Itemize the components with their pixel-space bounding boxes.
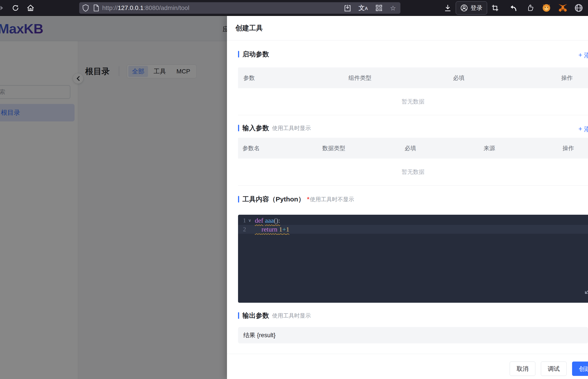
col-actions: 操作: [556, 74, 588, 82]
add-startup-param-button[interactable]: +添加: [578, 51, 588, 60]
save-page-icon[interactable]: [344, 4, 351, 12]
output-result-box: 结果 {result}: [238, 327, 588, 343]
col-data-type: 数据类型: [318, 144, 400, 152]
empty-state: 暂无数据: [238, 88, 588, 115]
col-param: 参数: [238, 74, 343, 82]
drawer-title: 创建工具: [235, 23, 263, 33]
user-icon: [460, 4, 468, 12]
undo-extension-icon[interactable]: [508, 0, 519, 16]
thumb-extension-icon[interactable]: [525, 0, 536, 16]
debug-button[interactable]: 调试: [541, 362, 567, 376]
code-line[interactable]: 1∨def aaa():: [238, 216, 588, 225]
cancel-button[interactable]: 取消: [510, 362, 535, 376]
code-lines: 1∨def aaa():2 return 1+1: [238, 216, 588, 234]
input-params-table: 参数名 数据类型 必填 来源 操作 暂无数据: [238, 138, 588, 186]
section-title: 输出参数: [243, 311, 269, 320]
col-source: 来源: [479, 144, 558, 152]
login-label: 登录: [471, 4, 482, 12]
section-input-params: 输入参数 使用工具时显示 +添加: [238, 124, 588, 132]
metamask-icon[interactable]: [557, 0, 568, 16]
page-info-icon[interactable]: [93, 4, 99, 12]
code-editor[interactable]: 1∨def aaa():2 return 1+1: [238, 215, 588, 303]
startup-params-table: 参数 组件类型 必填 操作 暂无数据: [238, 67, 588, 115]
section-title: 启动参数: [243, 50, 269, 59]
section-note: 使用工具时显示: [272, 312, 311, 319]
section-note: 使用工具时不显示: [310, 196, 354, 203]
screen: http://127.0.0.1:8080/admin/tool 文A ☆ 登录: [0, 0, 588, 379]
add-input-param-button[interactable]: +添加: [578, 125, 588, 133]
home-button[interactable]: [26, 0, 35, 16]
section-accent-bar: [238, 196, 239, 203]
plus-icon: +: [578, 51, 582, 59]
globe-icon[interactable]: [573, 0, 584, 16]
bookmark-star-icon[interactable]: ☆: [390, 4, 396, 12]
url-host: 127.0.0.1: [118, 4, 144, 11]
table-header-row: 参数 组件类型 必填 操作: [238, 67, 588, 88]
url-text[interactable]: http://127.0.0.1:8080/admin/tool: [102, 4, 344, 12]
drawer-footer: 取消 调试 创建: [227, 354, 588, 379]
create-button[interactable]: 创建: [572, 362, 588, 376]
col-param-name: 参数名: [238, 144, 318, 152]
shield-icon[interactable]: [82, 4, 89, 12]
col-required: 必填: [448, 74, 556, 82]
login-button[interactable]: 登录: [456, 1, 487, 15]
section-note: 使用工具时显示: [272, 125, 311, 132]
section-tool-content: 工具内容（Python） * 使用工具时不显示: [238, 195, 588, 204]
drawer-body: 启动参数 +添加 参数 组件类型 必填 操作 暂无数据 输入参数 使用工具时显示…: [227, 50, 588, 343]
code-line[interactable]: 2 return 1+1: [238, 225, 588, 234]
table-header-row: 参数名 数据类型 必填 来源 操作: [238, 138, 588, 158]
url-path: :8080/admin/tool: [144, 4, 189, 11]
reload-button[interactable]: [11, 0, 20, 16]
fox-avatar-icon[interactable]: [541, 0, 552, 16]
translate-icon[interactable]: 文A: [359, 4, 368, 12]
downloads-icon[interactable]: [442, 0, 453, 16]
drawer-header: 创建工具: [227, 16, 588, 40]
result-label: 结果 {result}: [243, 331, 276, 339]
url-scheme: http://: [102, 4, 118, 11]
screenshot-crop-icon[interactable]: [490, 0, 500, 16]
editor-expand-icon[interactable]: [584, 289, 588, 296]
section-title: 输入参数: [243, 124, 269, 133]
section-accent-bar: [238, 51, 239, 58]
browser-toolbar: http://127.0.0.1:8080/admin/tool 文A ☆ 登录: [0, 0, 588, 16]
url-bar[interactable]: http://127.0.0.1:8080/admin/tool 文A ☆: [79, 2, 400, 14]
col-required: 必填: [400, 144, 479, 152]
col-component-type: 组件类型: [343, 74, 448, 82]
col-actions: 操作: [558, 144, 588, 152]
empty-state: 暂无数据: [238, 158, 588, 186]
create-tool-drawer: 创建工具 启动参数 +添加 参数 组件类型 必填 操作 暂无数据: [227, 16, 588, 379]
required-asterisk: *: [307, 196, 310, 203]
forward-arrow-icon[interactable]: [0, 0, 3, 16]
qr-code-icon[interactable]: [376, 4, 382, 12]
section-output-params: 输出参数 使用工具时显示: [238, 311, 588, 320]
section-title: 工具内容（Python）: [243, 195, 305, 204]
section-accent-bar: [238, 125, 239, 131]
plus-icon: +: [578, 125, 582, 132]
section-accent-bar: [238, 312, 239, 319]
section-startup-params: 启动参数 +添加: [238, 50, 588, 59]
